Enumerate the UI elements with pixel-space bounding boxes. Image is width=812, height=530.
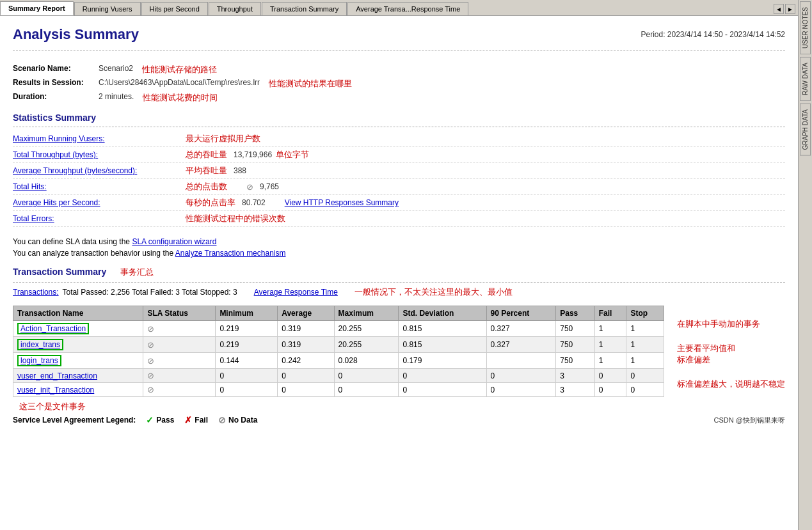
scenario-info: Scenario Name: Scenario2 性能测试存储的路径 Resul… xyxy=(13,64,785,104)
stat-avg-throughput-value: 388 xyxy=(234,166,246,175)
cell-index-trans-min: 0.219 xyxy=(216,337,278,353)
cell-vuser-init-pass: 3 xyxy=(556,383,595,397)
cell-index-trans-pass: 750 xyxy=(556,337,595,353)
tab-next-arrow[interactable]: ► xyxy=(785,4,795,14)
trans-stats-row: Transactions: Total Passed: 2,256 Total … xyxy=(13,286,785,298)
duration-annotation: 性能测试花费的时间 xyxy=(143,92,218,104)
cell-login-trans-avg: 0.242 xyxy=(278,353,334,369)
cell-vuser-init-avg: 0 xyxy=(278,383,334,397)
analyze-transaction-link[interactable]: Analyze Transaction mechanism xyxy=(175,249,286,258)
cell-login-trans-sla: ⊘ xyxy=(143,353,216,369)
cell-vuser-init-name: vuser_init_Transaction xyxy=(13,383,143,397)
nodata-icon: ⊘ xyxy=(218,415,226,425)
cell-action-trans-name: Action_Transaction xyxy=(13,321,143,337)
tab-avg-response-time[interactable]: Average Transa...Response Time xyxy=(347,2,468,15)
col-maximum: Maximum xyxy=(334,306,399,321)
transactions-link[interactable]: Transactions: xyxy=(13,288,59,297)
tab-transaction-summary[interactable]: Transaction Summary xyxy=(262,2,347,15)
results-row: Results in Session: C:\Users\28463\AppDa… xyxy=(13,78,785,90)
cell-login-trans-std: 0.179 xyxy=(399,353,486,369)
stat-avg-hits-label[interactable]: Average Hits per Second: xyxy=(13,198,179,207)
stat-total-errors-annotation: 性能测试过程中的错误次数 xyxy=(186,213,285,224)
table-header-row: Transaction Name SLA Status Minimum Aver… xyxy=(13,306,664,321)
stat-avg-hits-value: 80.702 xyxy=(242,198,266,207)
stat-avg-throughput: Average Throughput (bytes/second): 平均吞吐量… xyxy=(13,163,785,179)
cell-vuser-end-fail: 0 xyxy=(594,369,626,383)
cell-index-trans-stop: 1 xyxy=(626,337,664,353)
cell-action-trans-stop: 1 xyxy=(626,321,664,337)
annotation-file-trans: 这三个是文件事务 xyxy=(19,401,257,412)
col-std-deviation: Std. Deviation xyxy=(399,306,486,321)
legend-nodata-label: No Data xyxy=(228,416,257,425)
trans-stats-annotation: 一般情况下，不太关注这里的最大、最小值 xyxy=(354,286,513,298)
cell-index-trans-std: 0.815 xyxy=(399,337,486,353)
cell-index-trans-max: 20.255 xyxy=(334,337,399,353)
tab-throughput[interactable]: Throughput xyxy=(209,2,261,15)
legend-section: Service Level Agreement Legend: ✓ Pass ✗… xyxy=(13,415,257,425)
index-trans-link[interactable]: index_trans xyxy=(20,340,60,349)
stat-total-errors-label[interactable]: Total Errors: xyxy=(13,214,179,223)
tab-bar: Summary Report Running Vusers Hits per S… xyxy=(0,0,798,16)
annotation-std: 标准偏差 xyxy=(677,355,710,364)
cell-vuser-init-std: 0 xyxy=(399,383,486,397)
vuser-init-transaction-link[interactable]: vuser_init_Transaction xyxy=(17,386,94,394)
table-row: login_trans ⊘ 0.144 0.242 0.028 0.179 75… xyxy=(13,353,664,369)
cell-vuser-end-name: vuser_end_Transaction xyxy=(13,369,143,383)
cell-vuser-end-sla: ⊘ xyxy=(143,369,216,383)
legend-fail-label: Fail xyxy=(195,416,208,425)
cell-vuser-end-avg: 0 xyxy=(278,369,334,383)
sidebar-tab-graph-data[interactable]: GRAPH DATA xyxy=(800,104,811,156)
action-transaction-link[interactable]: Action_Transaction xyxy=(20,324,86,333)
tab-hits-per-second[interactable]: Hits per Second xyxy=(141,2,208,15)
stat-total-throughput-label[interactable]: Total Throughput (bytes): xyxy=(13,150,179,159)
cell-vuser-init-sla: ⊘ xyxy=(143,383,216,397)
trans-table-container: Transaction Name SLA Status Minimum Aver… xyxy=(13,303,664,397)
col-minimum: Minimum xyxy=(216,306,278,321)
stat-max-vusers-label[interactable]: Maximum Running Vusers: xyxy=(13,134,179,143)
sla-config-wizard-link[interactable]: SLA configuration wizard xyxy=(132,237,216,246)
pass-icon: ✓ xyxy=(146,415,154,425)
cell-action-trans-avg: 0.319 xyxy=(278,321,334,337)
bottom-left-area: 这三个是文件事务 Service Level Agreement Legend:… xyxy=(13,401,257,425)
cell-index-trans-sla: ⊘ xyxy=(143,337,216,353)
transaction-summary-title: Transaction Summary xyxy=(13,267,106,277)
avg-response-time-link[interactable]: Average Response Time xyxy=(254,288,338,297)
view-http-responses-link[interactable]: View HTTP Responses Summary xyxy=(285,198,399,207)
duration-value: 2 minutes. xyxy=(99,92,134,104)
stat-max-vusers: Maximum Running Vusers: 最大运行虚拟用户数 xyxy=(13,131,785,147)
period-info: Period: 2023/4/14 14:50 - 2023/4/14 14:5… xyxy=(641,30,785,39)
legend-title: Service Level Agreement Legend: xyxy=(13,416,136,425)
scenario-name-value: Scenario2 xyxy=(99,64,133,75)
table-annotations: 在脚本中手动加的事务 主要看平均值和 标准偏差 标准偏差越大，说明越不稳定 xyxy=(671,303,785,397)
sla-line2: You can analyze transaction behavior usi… xyxy=(13,249,785,258)
legend-fail-item: ✗ Fail xyxy=(184,415,208,425)
stat-total-errors: Total Errors: 性能测试过程中的错误次数 xyxy=(13,211,785,227)
cell-vuser-end-90: 0 xyxy=(486,369,556,383)
cell-action-trans-sla: ⊘ xyxy=(143,321,216,337)
stat-total-throughput: Total Throughput (bytes): 总的吞吐量 13,719,9… xyxy=(13,147,785,163)
sla-line1: You can define SLA data using the SLA co… xyxy=(13,237,785,246)
stat-total-throughput-value: 13,719,966 xyxy=(234,150,272,159)
duration-label: Duration: xyxy=(13,92,96,104)
trans-stats-text: Total Passed: 2,256 Total Failed: 3 Tota… xyxy=(63,288,237,297)
tab-running-vusers[interactable]: Running Vusers xyxy=(74,2,141,15)
table-row: index_trans ⊘ 0.219 0.319 20.255 0.815 0… xyxy=(13,337,664,353)
stat-avg-hits-annotation: 每秒的点击率 xyxy=(186,197,235,208)
cell-action-trans-min: 0.219 xyxy=(216,321,278,337)
sidebar-tab-user-notes[interactable]: USER NOTES xyxy=(800,1,811,54)
tab-summary-report[interactable]: Summary Report xyxy=(0,1,74,15)
sla-line2-prefix: You can analyze transaction behavior usi… xyxy=(13,249,175,258)
cell-vuser-end-pass: 3 xyxy=(556,369,595,383)
page-header: Period: 2023/4/14 14:50 - 2023/4/14 14:5… xyxy=(13,26,785,47)
vuser-end-transaction-link[interactable]: vuser_end_Transaction xyxy=(17,371,97,380)
col-sla-status: SLA Status xyxy=(143,306,216,321)
tab-prev-arrow[interactable]: ◄ xyxy=(774,4,784,14)
col-stop: Stop xyxy=(626,306,664,321)
sidebar-tab-raw-data[interactable]: RAW DATA xyxy=(800,57,811,101)
cell-vuser-init-stop: 0 xyxy=(626,383,664,397)
cell-action-trans-pass: 750 xyxy=(556,321,595,337)
login-trans-link[interactable]: login_trans xyxy=(20,356,58,365)
stat-avg-throughput-label[interactable]: Average Throughput (bytes/second): xyxy=(13,166,179,175)
stat-total-hits-label[interactable]: Total Hits: xyxy=(13,182,179,191)
scenario-name-label: Scenario Name: xyxy=(13,64,96,75)
